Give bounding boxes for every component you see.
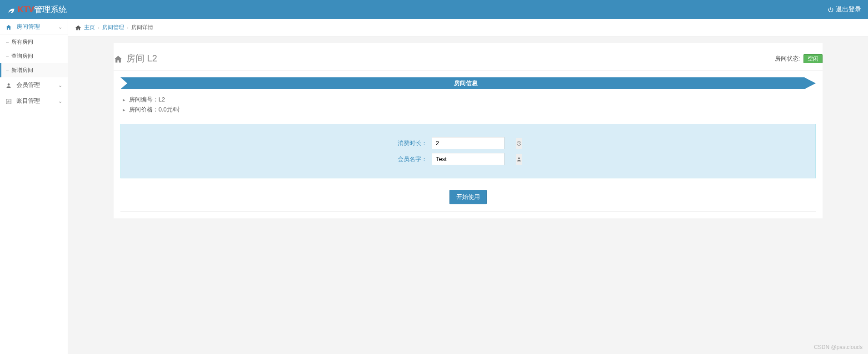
info-room-price: 房间价格：0.0元/时: [123, 105, 813, 115]
main-content: 主页 › 房间管理 › 房间详情 房间 L2 房间状态: 空闲 房间: [68, 19, 868, 354]
sidebar-item-query-room[interactable]: 查询房间: [0, 49, 68, 63]
nav-account-management[interactable]: 账目管理 ⌄: [0, 93, 68, 109]
logout-button[interactable]: 退出登录: [828, 5, 861, 14]
chevron-down-icon: ⌄: [58, 82, 62, 88]
user-icon: [5, 81, 13, 89]
breadcrumb: 主页 › 房间管理 › 房间详情: [68, 19, 868, 36]
room-status: 房间状态: 空闲: [775, 55, 823, 63]
user-icon: [516, 154, 522, 165]
status-badge: 空闲: [803, 54, 823, 63]
duration-input-group: [432, 137, 504, 149]
section-title: 房间信息: [127, 77, 804, 89]
nav-room-management[interactable]: 房间管理 ⌄: [0, 19, 68, 35]
leaf-icon: [7, 5, 15, 15]
home-icon: [75, 24, 81, 31]
sidebar-item-new-room[interactable]: 新增房间: [0, 63, 68, 77]
room-info: 房间编号：L2 房间价格：0.0元/时: [114, 95, 823, 119]
nav-label: 会员管理: [16, 81, 40, 89]
svg-point-3: [518, 157, 520, 159]
clock-icon: [516, 138, 522, 149]
chevron-down-icon: ⌄: [58, 98, 62, 104]
brand-ktv: KTV: [18, 5, 34, 15]
breadcrumb-home[interactable]: 主页: [84, 24, 95, 31]
chart-icon: [5, 97, 13, 105]
breadcrumb-current: 房间详情: [131, 24, 153, 31]
breadcrumb-sep: ›: [127, 25, 129, 31]
nav-label: 账目管理: [16, 97, 40, 105]
logout-label: 退出登录: [836, 5, 861, 14]
section-header: 房间信息: [120, 77, 816, 89]
nav-label: 房间管理: [16, 23, 40, 31]
content-panel: 房间 L2 房间状态: 空闲 房间信息 房间编号：L2 房间价格：0.0元/时: [114, 43, 823, 218]
power-icon: [828, 6, 834, 13]
duration-label: 消费时长：: [314, 139, 432, 147]
member-input[interactable]: [432, 153, 516, 165]
breadcrumb-room[interactable]: 房间管理: [102, 24, 124, 31]
watermark: CSDN @pastclouds: [814, 344, 863, 350]
home-icon: [114, 53, 123, 64]
page-title: 房间 L2: [114, 52, 157, 65]
logo: KTV 管理系统: [7, 4, 67, 15]
info-room-no: 房间编号：L2: [123, 95, 813, 105]
duration-input[interactable]: [432, 137, 516, 149]
chevron-down-icon: ⌄: [58, 24, 62, 30]
member-input-group: [432, 153, 504, 165]
start-button[interactable]: 开始使用: [449, 190, 487, 204]
sidebar-item-all-rooms[interactable]: 所有房间: [0, 35, 68, 49]
sidebar: 房间管理 ⌄ 所有房间 查询房间 新增房间 会员管理 ⌄ 账目管理 ⌄: [0, 19, 68, 354]
form-panel: 消费时长： 会员名字：: [120, 124, 816, 178]
home-icon: [5, 23, 13, 30]
member-label: 会员名字：: [314, 155, 432, 163]
nav-member-management[interactable]: 会员管理 ⌄: [0, 77, 68, 93]
svg-point-0: [8, 83, 10, 86]
status-label: 房间状态:: [775, 55, 800, 62]
top-header: KTV 管理系统 退出登录: [0, 0, 868, 19]
breadcrumb-sep: ›: [98, 25, 100, 31]
brand-text: 管理系统: [34, 4, 67, 15]
